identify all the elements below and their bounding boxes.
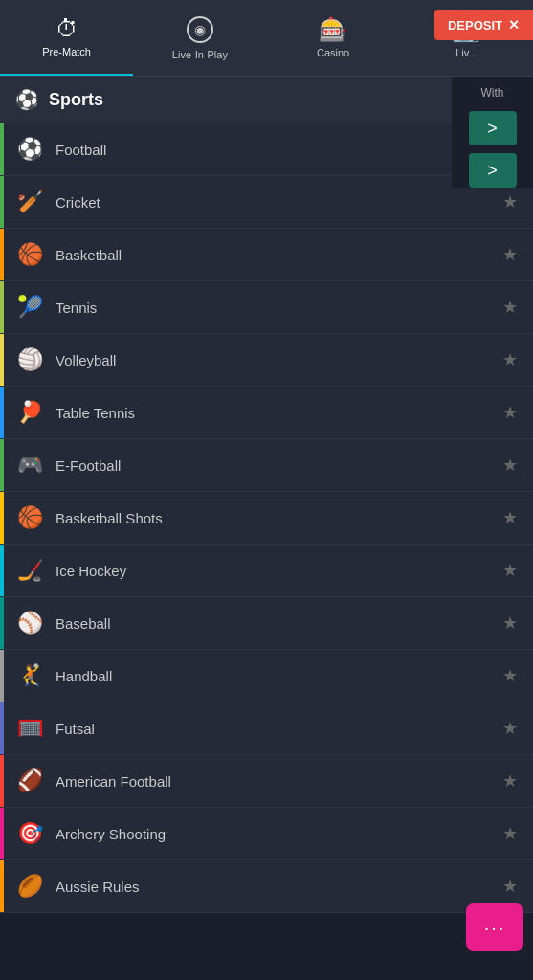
- sport-bar-tennis: [0, 281, 4, 333]
- sport-item-aussie-rules[interactable]: 🏉Aussie Rules★: [0, 860, 533, 913]
- sport-icon-table-tennis: 🏓: [15, 400, 44, 425]
- sport-item-handball[interactable]: 🤾Handball★: [0, 650, 533, 702]
- sport-bar-aussie-rules: [0, 860, 4, 912]
- sport-bar-football: [0, 123, 4, 175]
- sport-name-e-football: E-Football: [56, 457, 502, 474]
- sport-bar-american-football: [0, 755, 4, 807]
- sport-bar-cricket: [0, 176, 4, 228]
- arrow-icon-1: >: [487, 119, 498, 139]
- arrow-button-2[interactable]: >: [469, 153, 517, 188]
- arrow-icon-2: >: [487, 161, 498, 181]
- chat-button[interactable]: ···: [466, 903, 523, 951]
- sport-favorite-baseball[interactable]: ★: [502, 612, 518, 634]
- sport-icon-futsal: 🥅: [15, 716, 44, 741]
- sport-bar-e-football: [0, 439, 4, 491]
- sport-icon-tennis: 🎾: [15, 295, 44, 320]
- sports-header-title: Sports: [49, 90, 483, 110]
- sport-icon-football: ⚽: [15, 137, 44, 162]
- sport-name-football: Football: [56, 142, 502, 158]
- deposit-button[interactable]: DEPOSIT ✕: [434, 10, 533, 40]
- sport-name-american-football: American Football: [56, 773, 502, 790]
- sport-item-american-football[interactable]: 🏈American Football★: [0, 755, 533, 808]
- sport-bar-table-tennis: [0, 387, 4, 438]
- sport-icon-baseball: ⚾: [15, 611, 44, 635]
- sport-icon-ice-hockey: 🏒: [15, 558, 44, 583]
- sport-favorite-tennis[interactable]: ★: [502, 297, 518, 318]
- sport-name-archery-shooting: Archery Shooting: [56, 826, 502, 842]
- sports-list: ⚽Football★🏏Cricket★🏀Basketball★🎾Tennis★🏐…: [0, 123, 533, 977]
- sport-name-table-tennis: Table Tennis: [56, 405, 502, 421]
- sport-item-archery-shooting[interactable]: 🎯Archery Shooting★: [0, 808, 533, 860]
- sport-item-basketball-shots[interactable]: 🏀Basketball Shots★: [0, 492, 533, 545]
- sport-favorite-american-football[interactable]: ★: [502, 770, 518, 791]
- live-in-play-icon: ◉: [187, 16, 213, 43]
- sport-favorite-table-tennis[interactable]: ★: [502, 402, 518, 423]
- sport-icon-archery-shooting: 🎯: [15, 821, 44, 846]
- sport-item-e-football[interactable]: 🎮E-Football★: [0, 439, 533, 492]
- sport-name-handball: Handball: [56, 668, 502, 684]
- sport-icon-volleyball: 🏐: [15, 347, 44, 372]
- sport-bar-basketball-shots: [0, 492, 4, 544]
- nav-label-live: Liv...: [455, 47, 477, 58]
- nav-label-live-in-play: Live-In-Play: [172, 49, 228, 60]
- sport-icon-cricket: 🏏: [15, 189, 44, 214]
- sport-item-tennis[interactable]: 🎾Tennis★: [0, 281, 533, 334]
- sport-favorite-volleyball[interactable]: ★: [502, 349, 518, 370]
- sport-bar-basketball: [0, 229, 4, 280]
- sport-name-basketball: Basketball: [56, 247, 502, 263]
- sport-item-ice-hockey[interactable]: 🏒Ice Hockey★: [0, 545, 533, 597]
- sport-item-table-tennis[interactable]: 🏓Table Tennis★: [0, 387, 533, 439]
- sport-bar-volleyball: [0, 334, 4, 386]
- nav-label-casino: Casino: [317, 47, 349, 58]
- sport-icon-aussie-rules: 🏉: [15, 874, 44, 899]
- sport-name-aussie-rules: Aussie Rules: [56, 879, 502, 895]
- sport-favorite-futsal[interactable]: ★: [502, 718, 518, 739]
- sport-icon-american-football: 🏈: [15, 768, 44, 793]
- sport-name-cricket: Cricket: [56, 194, 502, 211]
- sport-icon-e-football: 🎮: [15, 453, 44, 478]
- sport-icon-handball: 🤾: [15, 663, 44, 688]
- right-panel: With > >: [452, 77, 533, 188]
- sport-favorite-aussie-rules[interactable]: ★: [502, 876, 518, 897]
- sport-favorite-handball[interactable]: ★: [502, 665, 518, 686]
- sport-bar-futsal: [0, 702, 4, 754]
- sport-bar-baseball: [0, 597, 4, 649]
- sport-name-futsal: Futsal: [56, 721, 502, 737]
- sport-item-volleyball[interactable]: 🏐Volleyball★: [0, 334, 533, 387]
- nav-item-pre-match[interactable]: ⏱ Pre-Match: [0, 0, 133, 76]
- sport-name-volleyball: Volleyball: [56, 352, 502, 368]
- pre-match-icon: ⏱: [56, 17, 78, 40]
- sport-name-baseball: Baseball: [56, 615, 502, 632]
- with-label: With: [481, 86, 504, 100]
- sport-icon-basketball: 🏀: [15, 242, 44, 267]
- deposit-label: DEPOSIT: [448, 18, 502, 33]
- sport-favorite-archery-shooting[interactable]: ★: [502, 823, 518, 844]
- sport-item-basketball[interactable]: 🏀Basketball★: [0, 229, 533, 281]
- sport-name-tennis: Tennis: [56, 300, 502, 316]
- sport-item-baseball[interactable]: ⚾Baseball★: [0, 597, 533, 650]
- sport-item-futsal[interactable]: 🥅Futsal★: [0, 702, 533, 755]
- sport-bar-ice-hockey: [0, 545, 4, 596]
- nav-item-live-in-play[interactable]: ◉ Live-In-Play: [133, 0, 266, 76]
- sport-bar-archery-shooting: [0, 808, 4, 859]
- chat-icon: ···: [484, 917, 506, 939]
- sport-favorite-basketball-shots[interactable]: ★: [502, 507, 518, 528]
- casino-icon: 🎰: [319, 18, 347, 41]
- sport-name-ice-hockey: Ice Hockey: [56, 563, 502, 579]
- sports-header-icon: ⚽: [15, 88, 39, 111]
- sport-favorite-basketball[interactable]: ★: [502, 244, 518, 265]
- sport-icon-basketball-shots: 🏀: [15, 505, 44, 530]
- nav-label-pre-match: Pre-Match: [42, 46, 91, 57]
- sport-favorite-e-football[interactable]: ★: [502, 455, 518, 476]
- arrow-button-1[interactable]: >: [469, 111, 517, 145]
- nav-item-casino[interactable]: 🎰 Casino: [267, 0, 400, 76]
- sport-name-basketball-shots: Basketball Shots: [56, 510, 502, 526]
- sport-favorite-cricket[interactable]: ★: [502, 191, 518, 212]
- deposit-close-icon[interactable]: ✕: [508, 17, 520, 33]
- sport-favorite-ice-hockey[interactable]: ★: [502, 560, 518, 581]
- sport-bar-handball: [0, 650, 4, 702]
